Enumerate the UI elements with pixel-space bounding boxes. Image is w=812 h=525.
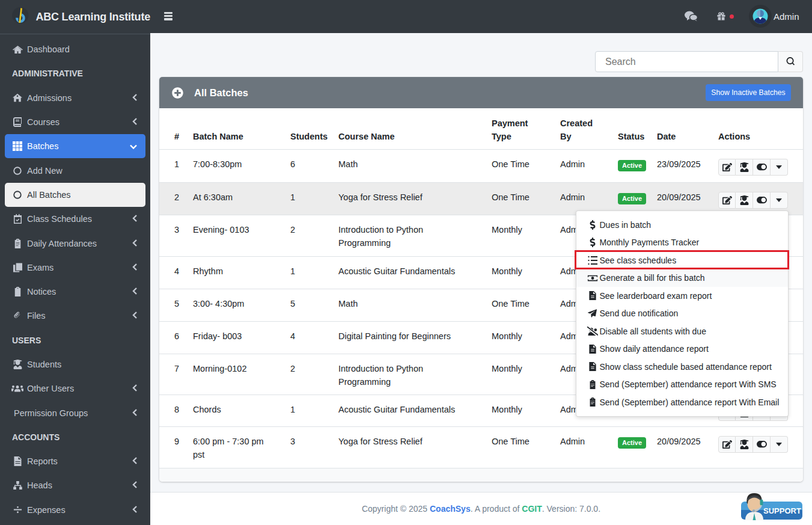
svg-text:SUPPORT: SUPPORT (763, 506, 801, 515)
